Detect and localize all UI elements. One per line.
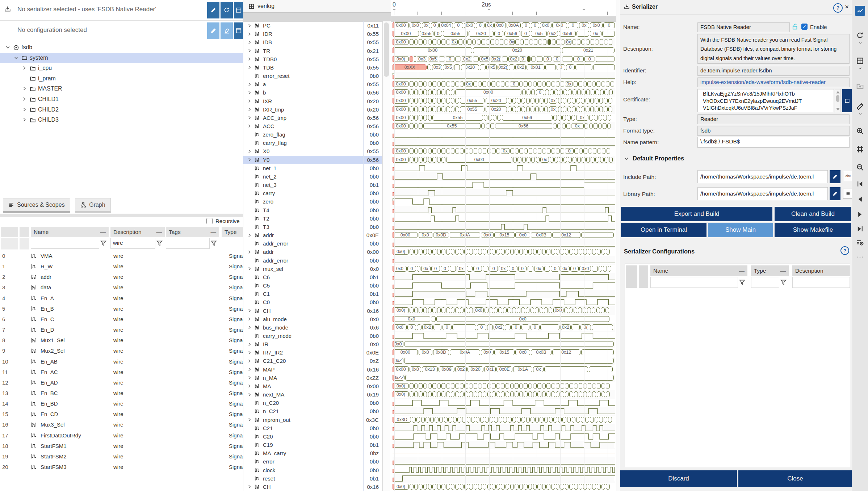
recursive-checkbox[interactable] — [206, 218, 213, 224]
wave-row-PC[interactable]: 0x000x00x00x0400x000x0x00x0A000x00x000x0… — [393, 21, 615, 30]
wave-row-addr[interactable]: 0x000x00x0D0x0A0x00x150x00x0B0x12 — [393, 231, 615, 239]
wave-row-T3[interactable] — [393, 223, 615, 231]
signal-table-row-Mux1_Sel[interactable]: 8Mux1_SelwireSigna — [0, 335, 243, 345]
toolbar-next-button[interactable] — [855, 209, 865, 219]
wave-signal-item-ACC[interactable]: ACC0x56 — [243, 122, 382, 130]
filter-funnel-icon[interactable] — [100, 240, 107, 247]
toolbar-ruler-button[interactable] — [855, 101, 865, 112]
wave-row-C0[interactable] — [393, 298, 615, 306]
wave-signal-item-bus_mode[interactable]: bus_mode0x6 — [243, 323, 382, 332]
wave-signal-item-C1[interactable]: C10b1 — [243, 290, 382, 298]
wave-row-T2[interactable] — [393, 214, 615, 223]
wave-row-X0[interactable]: 0x000x0 — [393, 147, 615, 155]
signal-tree-scrollbar-thumb[interactable] — [384, 22, 389, 77]
toolbar-prev-button[interactable] — [855, 194, 865, 204]
close-button[interactable]: Close — [738, 470, 852, 487]
column-header-tags[interactable]: Tags— — [166, 227, 219, 237]
wave-signal-item-IR[interactable]: IR0x0 — [243, 340, 382, 348]
signal-table-row-En_C[interactable]: 6En_CwireSigna — [0, 314, 243, 324]
library-path-edit-button[interactable] — [830, 187, 840, 200]
scope-tree-item-fsdb[interactable]: fsdb — [0, 42, 244, 53]
expander-right-icon[interactable] — [247, 123, 252, 129]
wave-signal-item-error_reset[interactable]: error_reset0b0 — [243, 72, 382, 80]
open-serializer-dialog-button[interactable] — [234, 2, 243, 18]
wave-signal-item-addr[interactable]: addr0x00 — [243, 248, 382, 256]
expander-right-icon[interactable] — [247, 115, 252, 120]
config-filter-input-type[interactable] — [751, 277, 779, 288]
toolbar-zoom-out-button[interactable] — [855, 162, 865, 172]
wave-signal-item-C21[interactable]: C210b0 — [243, 424, 382, 432]
signal-table-row-data[interactable]: 3datawireSigna — [0, 282, 243, 293]
wave-signal-item-MA[interactable]: MA0x00 — [243, 382, 382, 390]
scope-tree-item-CHILD3[interactable]: CHILD3 — [0, 115, 261, 125]
wave-row-Y0[interactable]: 0x000x000x — [393, 156, 615, 164]
column-header-name[interactable]: Name— — [31, 227, 109, 237]
wave-signal-item-ACC_tmp[interactable]: ACC_tmp0x56 — [243, 114, 382, 122]
wave-signal-item-reset[interactable]: reset0b1 — [243, 474, 382, 483]
signal-table-row-En_D[interactable]: 7En_DwireSigna — [0, 324, 243, 335]
wave-signal-item-IDB[interactable]: IDB0x55 — [243, 38, 382, 46]
expander-right-icon[interactable] — [247, 249, 252, 255]
scope-tree-item-CHILD2[interactable]: CHILD2 — [0, 105, 261, 115]
config-column-header-name[interactable]: Name— — [650, 265, 747, 276]
include-path-field[interactable]: /home/thomas/Workspaces/impulse/de.toem.… — [697, 170, 828, 183]
expander-right-icon[interactable] — [22, 65, 28, 71]
close-panel-icon[interactable]: × — [845, 3, 849, 11]
wave-signal-item-carry_mode[interactable]: carry_mode0b0 — [243, 332, 382, 340]
lock-open-icon[interactable] — [792, 23, 798, 30]
wave-signal-item-X0[interactable]: X00x55 — [243, 147, 382, 155]
wave-row-n_C20[interactable] — [393, 399, 615, 407]
expander-right-icon[interactable] — [247, 375, 252, 380]
expander-right-icon[interactable] — [247, 233, 252, 238]
wave-row-zero[interactable] — [393, 197, 615, 206]
expander-right-icon[interactable] — [247, 56, 252, 62]
wave-row-n_C21[interactable] — [393, 407, 615, 415]
wave-row-C5[interactable] — [393, 281, 615, 290]
signal-table-row-R_W[interactable]: 1R_WwireSigna — [0, 261, 243, 272]
wave-signal-item-b[interactable]: b0x56 — [243, 88, 382, 97]
wave-signal-item-net_2[interactable]: net_20b0 — [243, 172, 382, 181]
waveform-area[interactable]: 02us 0x000x00x00x0400x000x0x00x0A000x00x… — [391, 0, 616, 491]
wave-signal-item-C6[interactable]: C60b1 — [243, 273, 382, 281]
expander-right-icon[interactable] — [247, 484, 252, 489]
wave-signal-item-n_C21[interactable]: n_C210b0 — [243, 407, 382, 415]
wave-signal-item-mux_sel[interactable]: mux_sel0x0 — [243, 265, 382, 273]
export-and-build-button[interactable]: Export and Build — [621, 207, 772, 221]
wave-row-MA_carry[interactable] — [393, 449, 615, 457]
wave-row-next_MA[interactable]: 0x0( — [393, 390, 615, 399]
expander-down-icon[interactable] — [5, 45, 11, 50]
clean-and-build-button[interactable]: Clean and Build — [775, 207, 851, 221]
column-header-type[interactable]: Type — [222, 227, 243, 237]
signal-table-row-StartFSM3[interactable]: 20StartFSM3wireSigna — [0, 462, 243, 472]
wave-signal-item-T4[interactable]: T40b0 — [243, 206, 382, 214]
wave-signal-item-n_C20[interactable]: n_C200b0 — [243, 399, 382, 407]
wave-signal-item-CH[interactable]: CH0x16 — [243, 483, 382, 491]
toolbar-grid-chevron[interactable] — [855, 66, 865, 70]
wave-row-net_3[interactable] — [393, 181, 615, 189]
wave-signal-item-Y0[interactable]: Y00x56 — [243, 156, 382, 164]
expander-right-icon[interactable] — [22, 96, 28, 102]
toolbar-ruler-chevron[interactable] — [855, 112, 865, 116]
wave-row-T4[interactable] — [393, 206, 615, 214]
wave-signal-item-a[interactable]: a0x55 — [243, 80, 382, 88]
wave-row-addr_error[interactable] — [393, 256, 615, 264]
default-properties-section-header[interactable]: Default Properties — [624, 155, 684, 162]
filter-funnel-icon[interactable] — [739, 279, 746, 286]
wave-row-C19[interactable] — [393, 441, 615, 449]
expander-right-icon[interactable] — [247, 48, 252, 53]
name-field[interactable]: FSDB Native Reader — [697, 22, 790, 32]
wave-signal-item-net_1[interactable]: net_10b0 — [243, 164, 382, 172]
config-filter-input-description[interactable] — [792, 277, 850, 288]
signal-table-row-En_BC[interactable]: 13En_BCwireSigna — [0, 388, 243, 398]
signal-table-row-FirstDataOutRdy[interactable]: 17FirstDataOutRdywireSigna — [0, 430, 243, 441]
wave-row-bus_mode[interactable]: 0x000x2000x2000x20( — [393, 323, 615, 332]
signal-table-row-StartFSM1[interactable]: 18StartFSM1wireSigna — [0, 441, 243, 451]
wave-row-IXR_tmp[interactable]: 0x000x550x200x — [393, 105, 615, 114]
wave-row-mux_sel[interactable]: 0x000x000x000x000x00x00x0 — [393, 265, 615, 273]
wave-row-net_1[interactable] — [393, 164, 615, 172]
toolbar-refresh-chevron[interactable] — [855, 41, 865, 45]
expander-right-icon[interactable] — [247, 266, 252, 271]
expander-right-icon[interactable] — [247, 107, 252, 112]
wave-row-TR[interactable]: 0x000x200x21 — [393, 46, 615, 55]
wave-row-a[interactable]: 0x000x00x — [393, 80, 615, 88]
